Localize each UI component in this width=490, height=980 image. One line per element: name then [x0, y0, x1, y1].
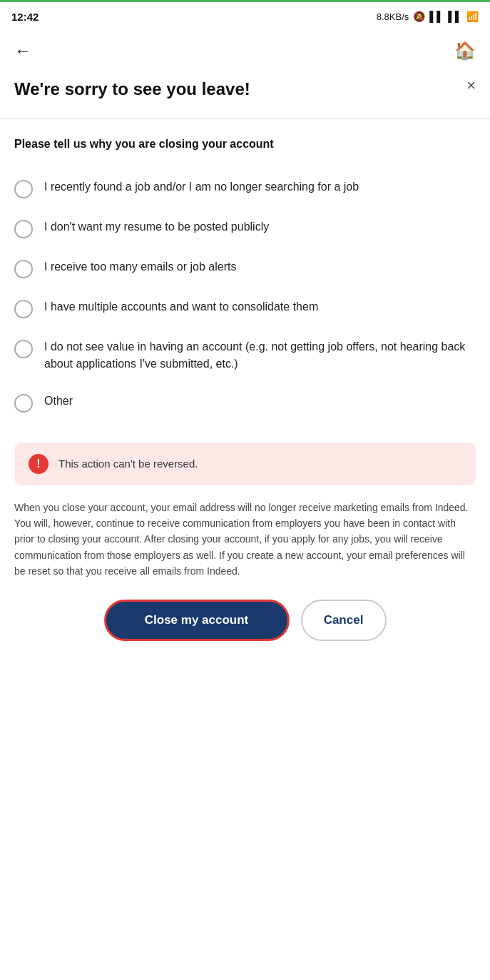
radio-label-2: I don't want my resume to be posted publ… — [44, 218, 269, 236]
radio-option-3[interactable]: I receive too many emails or job alerts — [14, 248, 476, 288]
radio-circle-6 — [14, 394, 33, 413]
radio-options: I recently found a job and/or I am no lo… — [14, 168, 476, 423]
network-speed: 8.8KB/s — [377, 11, 409, 22]
radio-option-2[interactable]: I don't want my resume to be posted publ… — [14, 208, 476, 248]
status-bar: 12:42 8.8KB/s 🔕 ▌▌ ▌▌ 📶 — [0, 2, 490, 31]
section-label: Please tell us why you are closing your … — [14, 136, 476, 152]
divider — [0, 118, 490, 119]
radio-option-4[interactable]: I have multiple accounts and want to con… — [14, 288, 476, 328]
warning-box: ! This action can't be reversed. — [14, 443, 476, 485]
wifi-icon: 📶 — [466, 11, 479, 22]
button-row: Close my account Cancel — [14, 600, 476, 641]
back-button[interactable]: ← — [14, 41, 31, 61]
radio-option-6[interactable]: Other — [14, 383, 476, 423]
radio-label-5: I do not see value in having an account … — [44, 338, 476, 373]
radio-circle-3 — [14, 260, 33, 278]
status-right: 8.8KB/s 🔕 ▌▌ ▌▌ 📶 — [377, 11, 479, 22]
radio-option-1[interactable]: I recently found a job and/or I am no lo… — [14, 168, 476, 208]
radio-circle-4 — [14, 300, 33, 318]
radio-label-1: I recently found a job and/or I am no lo… — [44, 178, 359, 196]
info-text: When you close your account, your email … — [14, 500, 476, 580]
nav-bar: ← 🏠 — [0, 31, 490, 71]
radio-circle-2 — [14, 220, 33, 238]
status-time: 12:42 — [11, 11, 39, 23]
signal-icon2: ▌▌ — [448, 11, 462, 22]
warning-icon: ! — [29, 454, 49, 474]
radio-label-6: Other — [44, 393, 73, 410]
radio-circle-1 — [14, 180, 33, 198]
warning-text: This action can't be reversed. — [58, 456, 198, 471]
page-title: We're sorry to see you leave! — [14, 78, 250, 100]
radio-circle-5 — [14, 340, 33, 358]
title-row: We're sorry to see you leave! × — [14, 78, 476, 104]
radio-option-5[interactable]: I do not see value in having an account … — [14, 328, 476, 383]
radio-label-4: I have multiple accounts and want to con… — [44, 298, 318, 315]
cancel-button[interactable]: Cancel — [301, 600, 387, 641]
home-button[interactable]: 🏠 — [454, 41, 476, 61]
radio-label-3: I receive too many emails or job alerts — [44, 258, 236, 276]
main-content: We're sorry to see you leave! × Please t… — [0, 71, 490, 662]
close-button[interactable]: × — [466, 78, 476, 94]
mute-icon: 🔕 — [413, 11, 425, 22]
signal-icon: ▌▌ — [429, 11, 444, 22]
close-account-button[interactable]: Close my account — [104, 600, 290, 641]
